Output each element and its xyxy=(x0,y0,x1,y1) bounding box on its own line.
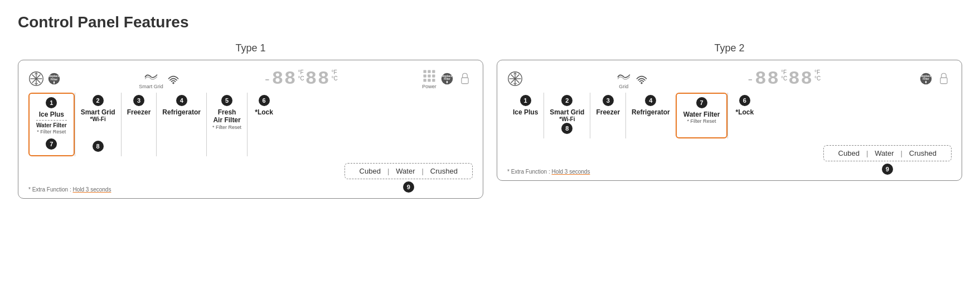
type2-btn-3[interactable]: 3 Freezer xyxy=(590,93,625,138)
freeze-icon-item xyxy=(28,71,44,87)
type2-btn-6-number: 6 xyxy=(739,95,750,106)
grid-label: Smart Grid xyxy=(139,84,163,89)
type2-unit2: °C xyxy=(781,75,787,82)
svg-rect-17 xyxy=(428,74,430,77)
type2-btn-4[interactable]: 4 Refrigerator xyxy=(625,93,676,138)
type1-btn-4[interactable]: 4 Refrigerator xyxy=(156,93,206,156)
wave-icon-item: Smart Grid xyxy=(139,68,163,89)
type1-btn-2-label: Smart Grid xyxy=(81,108,115,116)
svg-point-12 xyxy=(172,82,174,84)
type1-unit4: °C xyxy=(332,75,338,82)
type2-button-row: 1 Ice Plus 2 Smart Grid *Wi-Fi 8 3 Freez… xyxy=(507,93,952,138)
type2-wifi-icon xyxy=(635,72,648,85)
replace-filter2-icon-item: Replace Filter xyxy=(440,72,454,85)
type2-btn-3-label: Freezer xyxy=(596,108,620,116)
type1-btn-3[interactable]: 3 Freezer xyxy=(121,93,157,156)
type2-btn-1-label: Ice Plus xyxy=(513,108,538,116)
type2-btn-7[interactable]: 7 Water Filter * Filter Reset xyxy=(676,93,728,138)
type2-ice-selector: Cubed | Water | Crushed xyxy=(823,145,952,161)
type2-label: Type 2 xyxy=(714,42,744,54)
type2-wifi-icon-item xyxy=(635,72,648,85)
svg-rect-15 xyxy=(432,70,435,73)
type1-ice-selector-wrapper: Cubed | Water | Crushed 9 xyxy=(345,159,473,193)
replace-filter-icon: Replace Filter xyxy=(47,72,61,85)
type1-btn-2[interactable]: 2 Smart Grid *Wi-Fi 8 xyxy=(75,93,121,156)
svg-text:Replace: Replace xyxy=(442,75,452,78)
replace-filter2-icon: Replace Filter xyxy=(440,72,454,85)
svg-rect-14 xyxy=(428,70,430,73)
type1-button-row: 1 Ice Plus Water Filter * Filter Reset 7… xyxy=(28,93,473,156)
page-title: Control Panel Features xyxy=(18,13,962,31)
type1-extra-fn: * Extra Function : Hold 3 seconds xyxy=(28,186,111,193)
type2-lock-icon-item xyxy=(936,71,952,87)
svg-rect-18 xyxy=(432,74,435,77)
svg-rect-25 xyxy=(462,78,468,84)
svg-text:Filter: Filter xyxy=(444,78,450,80)
replace-filter-icon-item: Replace Filter xyxy=(47,72,61,85)
type2-btn-7-number: 7 xyxy=(696,97,707,108)
type2-btn-2-sublabel: *Wi-Fi xyxy=(559,116,575,123)
type1-lcd: - 88 °F °C 88 °F °C xyxy=(264,69,338,88)
type2-btn-6-label: *Lock xyxy=(736,108,754,116)
type2-btn-2[interactable]: 2 Smart Grid *Wi-Fi 8 xyxy=(544,93,590,138)
type1-btn-2-number: 2 xyxy=(93,95,104,106)
type1-unit1: °F xyxy=(298,69,304,75)
svg-rect-39 xyxy=(940,78,947,84)
type2-freeze-icon xyxy=(507,71,523,87)
type1-btn-6[interactable]: 6 *Lock xyxy=(247,93,280,156)
type1-btn-3-number: 3 xyxy=(133,95,144,106)
type2-btn-1-number: 1 xyxy=(520,95,531,106)
power-label: Power xyxy=(422,84,436,89)
type2-mid-icons: Grid xyxy=(616,68,648,89)
svg-rect-16 xyxy=(423,74,426,77)
type2-icon-row: Grid - 88 xyxy=(507,68,952,89)
svg-text:Filter: Filter xyxy=(923,78,929,80)
type2-left-icons xyxy=(507,71,523,87)
type1-lcd-digits2: 88 xyxy=(305,69,331,88)
type2-ice-selector-wrapper: Cubed | Water | Crushed 9 xyxy=(823,141,952,175)
type2-btn-2-label: Smart Grid xyxy=(550,108,584,116)
type2-unit3: °F xyxy=(814,69,821,75)
type1-btn-2-sublabel: *Wi-Fi xyxy=(90,116,106,123)
type2-ice-water[interactable]: Water xyxy=(868,149,900,157)
wifi-icon-item xyxy=(167,72,180,85)
type1-btn-8-number: 8 xyxy=(93,141,104,152)
type1-btn-1[interactable]: 1 Ice Plus Water Filter * Filter Reset 7 xyxy=(28,93,75,156)
type1-btn-4-number: 4 xyxy=(176,95,187,106)
type1-ice-water[interactable]: Water xyxy=(389,167,421,175)
type2-replace-filter-icon-item: Replace Filter xyxy=(919,72,933,85)
type1-btn-7-number: 7 xyxy=(46,138,57,150)
type2-ice-crushed[interactable]: Crushed xyxy=(903,149,943,157)
type1-ice-selector: Cubed | Water | Crushed xyxy=(345,163,473,179)
svg-text:Replace: Replace xyxy=(48,74,60,78)
type1-icon-row: Replace Filter Smart Grid xyxy=(28,68,473,89)
panels-container: Type 1 xyxy=(18,42,962,199)
type1-selector-number: 9 xyxy=(403,181,414,193)
type1-btn-4-label: Refrigerator xyxy=(162,108,201,116)
type1-btn-5-sublabel: * Filter Reset xyxy=(212,124,241,131)
type1-unit2: °C xyxy=(298,75,304,82)
type2-btn-1[interactable]: 1 Ice Plus xyxy=(507,93,544,138)
type1-right-icons: Power Replace Filter xyxy=(421,68,473,89)
type2-right-icons: Replace Filter xyxy=(919,71,952,87)
type1-label: Type 1 xyxy=(235,42,265,54)
type1-ice-cubed[interactable]: Cubed xyxy=(353,167,387,175)
svg-rect-13 xyxy=(423,70,426,73)
type2-extra-fn: * Extra Function : Hold 3 seconds xyxy=(507,169,590,175)
wifi-icon xyxy=(167,72,180,85)
svg-text:Filter: Filter xyxy=(51,78,58,81)
type1-btn-5[interactable]: 5 FreshAir Filter * Filter Reset xyxy=(206,93,247,156)
type1-lcd-digits1: 88 xyxy=(272,69,297,88)
type1-btn-6-label: *Lock xyxy=(255,108,273,116)
type2-ice-cubed[interactable]: Cubed xyxy=(832,149,866,157)
type2-wave-icon-item: Grid xyxy=(616,68,632,89)
type2-btn-8-number: 8 xyxy=(561,123,573,134)
type2-btn-6[interactable]: 6 *Lock xyxy=(727,93,761,138)
type1-ice-crushed[interactable]: Crushed xyxy=(424,167,464,175)
svg-text:Replace: Replace xyxy=(921,75,931,78)
type2-btn-4-label: Refrigerator xyxy=(632,108,670,116)
svg-rect-20 xyxy=(428,79,430,82)
type2-btn-7-sublabel: * Filter Reset xyxy=(687,118,716,124)
type2-wave-icon xyxy=(616,68,632,84)
keypad-icon-item: Power xyxy=(421,68,437,89)
